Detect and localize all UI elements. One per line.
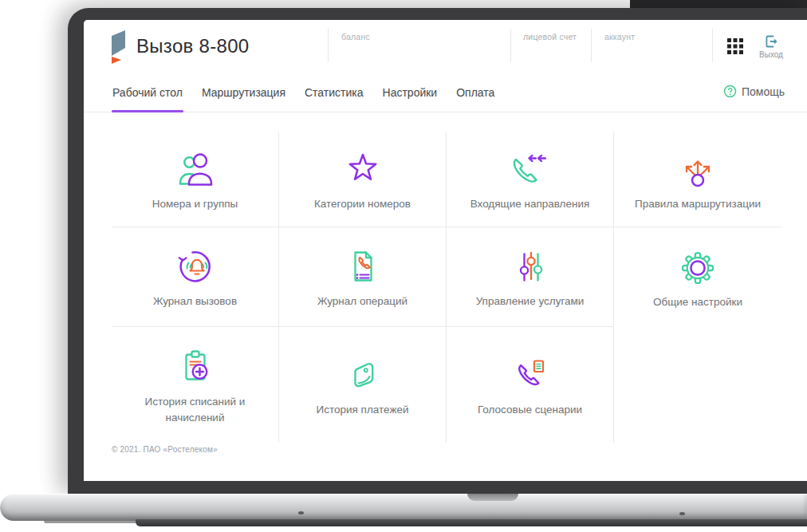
tab-statistics[interactable]: Статистика bbox=[304, 86, 364, 112]
logout-button[interactable]: Выход bbox=[750, 33, 792, 59]
laptop-lid-notch bbox=[467, 494, 518, 501]
tile-payments-history[interactable]: История платежей bbox=[279, 327, 447, 443]
screenshot-stage: Вызов 8-800 баланс лицевой счет аккаунт bbox=[0, 0, 807, 532]
rostelecom-logo-icon bbox=[110, 30, 128, 65]
personal-account-label: лицевой счет bbox=[523, 32, 577, 41]
tile-number-categories[interactable]: Категории номеров bbox=[279, 132, 447, 227]
users-icon bbox=[173, 147, 218, 191]
tab-label: Настройки bbox=[383, 86, 438, 99]
tile-service-management[interactable]: Управление услугами bbox=[447, 227, 614, 327]
operations-log-icon bbox=[341, 244, 385, 289]
clipboard-plus-icon bbox=[173, 345, 218, 389]
tile-label: История платежей bbox=[317, 402, 409, 418]
tile-call-log[interactable]: Журнал вызовов bbox=[112, 227, 279, 327]
header-divider bbox=[712, 29, 713, 62]
help-icon bbox=[723, 85, 737, 98]
tab-label: Статистика bbox=[305, 86, 364, 99]
tile-numbers-groups[interactable]: Номера и группы bbox=[112, 132, 279, 227]
tile-label: Входящие направления bbox=[470, 196, 590, 212]
tab-payment[interactable]: Оплата bbox=[455, 86, 495, 112]
tab-label: Рабочий стол bbox=[112, 86, 183, 99]
tile-routing-rules[interactable]: Правила маршрутизации bbox=[614, 132, 781, 227]
gear-icon bbox=[675, 245, 720, 290]
routing-arrows-icon bbox=[675, 147, 720, 191]
tile-voice-scenarios[interactable]: Голосовые сценарии bbox=[447, 327, 614, 443]
laptop-base bbox=[0, 494, 807, 521]
account-label: аккаунт bbox=[604, 32, 635, 41]
tile-general-settings[interactable]: Общие настройки bbox=[614, 227, 781, 327]
tile-incoming-directions[interactable]: Входящие направления bbox=[447, 132, 614, 227]
help-link[interactable]: Помощь bbox=[723, 85, 785, 98]
dashboard-tiles: Номера и группы Категории номеров bbox=[112, 132, 781, 443]
tab-label: Маршрутизация bbox=[202, 86, 285, 99]
logout-icon bbox=[763, 33, 779, 49]
tile-label: Голосовые сценарии bbox=[478, 402, 582, 418]
tile-label: Журнал операций bbox=[317, 294, 407, 309]
tab-desktop[interactable]: Рабочий стол bbox=[112, 86, 183, 112]
nav-tabs: Рабочий стол Маршрутизация Статистика На… bbox=[112, 73, 495, 112]
laptop-base-underside bbox=[136, 519, 807, 526]
laptop-foot bbox=[298, 511, 304, 514]
tile-label: Категории номеров bbox=[314, 196, 411, 212]
header-divider bbox=[510, 29, 511, 62]
wallet-icon bbox=[341, 353, 385, 397]
logout-label: Выход bbox=[750, 50, 792, 59]
balance-label: баланс bbox=[341, 32, 370, 41]
help-label: Помощь bbox=[742, 85, 785, 98]
tile-label: История списаний и начислений bbox=[127, 394, 264, 425]
apps-grid-icon bbox=[726, 37, 744, 55]
copyright-text: © 2021. ПАО «Ростелеком» bbox=[112, 445, 218, 454]
tile-label: Правила маршрутизации bbox=[635, 196, 761, 212]
tab-routing[interactable]: Маршрутизация bbox=[201, 86, 286, 112]
app-window: Вызов 8-800 баланс лицевой счет аккаунт bbox=[84, 20, 807, 481]
header-divider bbox=[328, 29, 329, 62]
tile-label: Номера и группы bbox=[152, 196, 238, 212]
voice-script-icon bbox=[508, 353, 553, 397]
tile-label: Управление услугами bbox=[476, 294, 585, 309]
tile-label: Журнал вызовов bbox=[153, 294, 237, 309]
sliders-icon bbox=[508, 244, 553, 289]
tile-operations-log[interactable]: Журнал операций bbox=[279, 227, 447, 327]
apps-grid-button[interactable] bbox=[726, 37, 744, 55]
main-nav: Рабочий стол Маршрутизация Статистика На… bbox=[84, 73, 807, 112]
tile-charges-history[interactable]: История списаний и начислений bbox=[112, 327, 279, 443]
call-log-icon bbox=[173, 244, 218, 289]
laptop-foot bbox=[679, 512, 685, 515]
incoming-call-icon bbox=[508, 147, 553, 191]
page-title: Вызов 8-800 bbox=[136, 35, 249, 57]
app-header: Вызов 8-800 баланс лицевой счет аккаунт bbox=[84, 20, 807, 73]
tile-empty bbox=[614, 327, 781, 443]
tab-label: Оплата bbox=[456, 86, 494, 99]
tile-label: Общие настройки bbox=[653, 294, 742, 310]
header-divider bbox=[591, 29, 592, 62]
tab-settings[interactable]: Настройки bbox=[382, 86, 439, 112]
star-icon bbox=[341, 147, 385, 191]
